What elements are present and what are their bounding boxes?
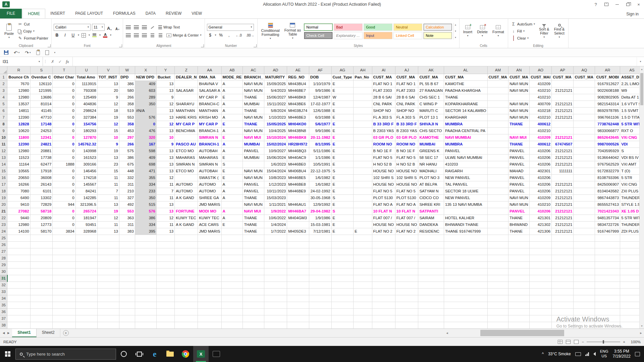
cell-AE31[interactable] (287, 275, 309, 282)
row-header-7[interactable]: 7 (0, 114, 7, 121)
cell-U17[interactable]: 145567 (75, 181, 97, 188)
cell-AR20[interactable]: 8655527413 (595, 201, 620, 208)
cell-AN38[interactable] (508, 322, 530, 328)
cell-Y27[interactable] (156, 248, 174, 255)
cell-AA4[interactable]: MY CAR P (198, 94, 221, 101)
cell-R1[interactable]: Bounce Ch (7, 74, 30, 80)
cell-U26[interactable] (75, 241, 97, 248)
cell-AQ26[interactable] (574, 241, 595, 248)
cell-AP27[interactable] (552, 248, 574, 255)
cell-V34[interactable] (97, 295, 119, 302)
cell-AM31[interactable] (487, 275, 508, 282)
cell-AB6[interactable]: A (221, 107, 243, 114)
cell-Z34[interactable] (175, 295, 198, 302)
autosum-button[interactable]: ΣAutoSum▾ (510, 21, 536, 27)
cell-AO18[interactable]: 410206 (530, 188, 552, 194)
cell-U13[interactable]: 161523 (75, 154, 97, 161)
cell-Y12[interactable]: 13 (156, 147, 174, 154)
cell-AM19[interactable] (487, 194, 508, 201)
cell-U31[interactable] (75, 275, 97, 282)
cell-U22[interactable]: 181947 (75, 215, 97, 221)
cell-R35[interactable] (7, 302, 30, 308)
cell-W23[interactable]: 311 (119, 221, 135, 228)
cell-AC4[interactable]: THANE (243, 94, 264, 101)
decrease-font-size-button[interactable]: A▾ (114, 24, 121, 31)
cell-AM3[interactable] (487, 87, 508, 94)
italic-button[interactable]: I (62, 32, 68, 39)
cell-AI4[interactable]: 28 B 6 SAI (372, 94, 395, 101)
cell-AQ27[interactable] (574, 248, 595, 255)
cell-AP10[interactable]: 21212121 (552, 134, 574, 141)
cell-AH25[interactable] (354, 235, 372, 241)
cell-AJ9[interactable]: B 2303 YAS (395, 127, 418, 134)
decrease-decimal-button[interactable]: .00→ (245, 32, 255, 39)
cell-AI34[interactable] (372, 295, 395, 302)
cell-W3[interactable]: 580 (119, 87, 135, 94)
cell-V18[interactable]: 7 (97, 188, 119, 194)
cell-AM28[interactable] (487, 255, 508, 261)
cell-U34[interactable] (75, 295, 97, 302)
cell-AB1[interactable]: MODE_RE (221, 74, 243, 80)
cell-AK21[interactable]: SATPANTI (418, 208, 444, 215)
cell-Y28[interactable] (156, 255, 174, 261)
cell-Z12[interactable]: ETCO MO (175, 147, 198, 154)
cell-AG23[interactable]: E (331, 221, 354, 228)
cell-Z37[interactable] (175, 315, 198, 322)
cell-AR32[interactable] (595, 282, 620, 288)
cell-AE18[interactable]: MH46BE9 (287, 188, 309, 194)
cell-AF1[interactable]: DOB (309, 74, 331, 80)
cell-U25[interactable] (75, 235, 97, 241)
cell-Z16[interactable] (175, 174, 198, 181)
cell-AM15[interactable] (487, 168, 508, 174)
cell-R25[interactable] (7, 235, 30, 241)
cell-AO17[interactable]: 410206 (530, 181, 552, 188)
save-button[interactable] (4, 50, 8, 55)
row-header-31[interactable]: 31 (0, 275, 7, 282)
cell-AF6[interactable]: 12/6/1988 (309, 107, 331, 114)
cell-AG9[interactable]: E (331, 127, 354, 134)
cell-AD12[interactable]: 10/9/2027 (264, 147, 287, 154)
cell-AG36[interactable] (331, 308, 354, 315)
cell-AK36[interactable] (418, 308, 444, 315)
cell-AG17[interactable]: E (331, 181, 354, 188)
cell-AL10[interactable]: NAVI MUMBAI (444, 134, 488, 141)
language-indicator[interactable]: ENGUS (600, 349, 608, 359)
cell-AF35[interactable] (309, 302, 331, 308)
cell-AI30[interactable] (372, 268, 395, 275)
cell-AC36[interactable] (243, 308, 264, 315)
cell-AE35[interactable] (287, 302, 309, 308)
cell-AN36[interactable] (508, 308, 530, 315)
cell-AQ32[interactable] (574, 282, 595, 288)
cell-AH7[interactable] (354, 114, 372, 121)
cell-AH14[interactable] (354, 161, 372, 168)
cell-AE34[interactable] (287, 295, 309, 302)
delete-cells-button[interactable]: × Delete ▾ (475, 20, 489, 42)
cell-AQ3[interactable] (574, 87, 595, 94)
cell-AG5[interactable]: E (331, 101, 354, 107)
cell-AI38[interactable] (372, 322, 395, 328)
cell-T20[interactable]: 944 (53, 201, 75, 208)
cell-AO9[interactable]: 410210 (530, 127, 552, 134)
column-header-AN[interactable]: AN (508, 66, 530, 74)
cell-AB36[interactable] (221, 308, 243, 315)
cell-AQ12[interactable] (574, 147, 595, 154)
minimize-button[interactable] (612, 0, 623, 9)
cell-AA7[interactable]: KRISH MO (198, 114, 221, 121)
cell-AD29[interactable] (264, 261, 287, 268)
cell-AP26[interactable] (552, 241, 574, 248)
cell-AL17[interactable]: TAL PANVEL (444, 181, 488, 188)
cell-AR17[interactable]: 8425006907 (595, 181, 620, 188)
cell-AD3[interactable]: 5/4/2023 (264, 87, 287, 94)
cell-T5[interactable]: 0 (53, 101, 75, 107)
cell-AR10[interactable]: 8652643645 (595, 134, 620, 141)
cell-AI32[interactable] (372, 282, 395, 288)
cell-T2[interactable]: 0 (53, 80, 75, 87)
cell-AM16[interactable] (487, 174, 508, 181)
cell-AK6[interactable]: MARUTI C (418, 107, 444, 114)
taskbar-clock[interactable]: 3:55 PM7/19/2022 (613, 349, 631, 359)
cell-AA32[interactable] (198, 282, 221, 288)
cell-T28[interactable] (53, 255, 75, 261)
cell-AL8[interactable]: MUMBRA (444, 121, 488, 127)
cell-AJ21[interactable]: 10 FLAT N (395, 208, 418, 215)
borders-dropdown-icon[interactable]: ▾ (89, 34, 90, 37)
